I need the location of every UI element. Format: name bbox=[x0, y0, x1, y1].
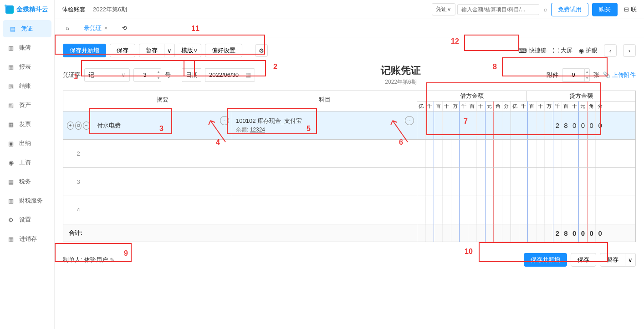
chevron-down-icon[interactable]: ▾ bbox=[156, 75, 161, 81]
preference-button[interactable]: 偏好设置 bbox=[205, 44, 242, 57]
nav-report[interactable]: ▦ 报表 bbox=[0, 57, 54, 76]
amount-cell[interactable]: 280000 bbox=[417, 111, 635, 139]
nav-asset[interactable]: ▨ 资产 bbox=[0, 96, 54, 115]
digit-header: 百 bbox=[434, 101, 443, 111]
nav-salary[interactable]: ◉ 工资 bbox=[0, 153, 54, 172]
period[interactable]: 2022年第6期 bbox=[93, 5, 127, 14]
nav-settings[interactable]: ⚙ 设置 bbox=[0, 210, 54, 229]
nav-ledger[interactable]: ▥ 账簿 bbox=[0, 38, 54, 57]
summary-cell[interactable] bbox=[93, 140, 232, 167]
delete-row-icon[interactable]: − bbox=[83, 121, 90, 130]
nav-invoice[interactable]: ▩ 发票 bbox=[0, 115, 54, 134]
prev-button[interactable]: ‹ bbox=[604, 44, 617, 57]
nav-voucher[interactable]: ▤ 凭证 bbox=[3, 20, 51, 37]
bottom-draft-button[interactable]: 暂存 bbox=[600, 253, 625, 267]
attach-suffix: 张 bbox=[593, 71, 599, 79]
amount-digit bbox=[443, 196, 451, 224]
copy-row-icon[interactable]: ⧉ bbox=[75, 121, 82, 130]
summary-cell[interactable] bbox=[93, 168, 232, 196]
gear-button[interactable]: ⚙ bbox=[255, 44, 268, 57]
chevron-down-icon: ∨ bbox=[121, 71, 126, 78]
amount-digit bbox=[460, 140, 468, 167]
attach-spinner[interactable]: ▴▾ bbox=[585, 68, 590, 82]
save-new-button[interactable]: 保存并新增 bbox=[63, 44, 106, 57]
more-icon[interactable]: ⋯ bbox=[405, 116, 414, 125]
nav-tax[interactable]: ▤ 税务 bbox=[0, 172, 54, 191]
chevron-up-icon[interactable]: ▴ bbox=[156, 69, 161, 75]
summary-cell[interactable]: 付水电费⋯ bbox=[93, 111, 232, 139]
amount-digit bbox=[528, 111, 537, 139]
chevron-up-icon[interactable]: ▴ bbox=[585, 69, 589, 75]
draft-button[interactable]: 暂存 bbox=[139, 44, 164, 57]
fullscreen-button[interactable]: ⛶大屏 bbox=[553, 46, 572, 55]
tabs: ⌂ 录凭证 × ⟲ bbox=[55, 19, 644, 37]
bottom-save-button[interactable]: 保存 bbox=[571, 253, 596, 267]
draft-dropdown[interactable]: ∨ bbox=[164, 44, 175, 57]
amount-digit bbox=[494, 196, 502, 224]
subject-cell[interactable]: 100102 库存现金_支付宝余额: 12324⋯ bbox=[232, 111, 417, 139]
table-row[interactable]: +⧉−付水电费⋯100102 库存现金_支付宝余额: 12324⋯280000 bbox=[63, 111, 635, 140]
amount-cell[interactable] bbox=[417, 168, 635, 196]
digit-header: 十 bbox=[477, 101, 486, 111]
bottom-draft-dropdown[interactable]: ∨ bbox=[625, 253, 636, 267]
amount-digit bbox=[417, 111, 426, 139]
date-input[interactable]: 2022/06/30▦ bbox=[205, 68, 255, 82]
amount-digit bbox=[502, 196, 511, 224]
table-row[interactable]: 4 bbox=[63, 196, 635, 224]
buy-button[interactable]: 购买 bbox=[592, 3, 618, 16]
keyboard-icon: ⌨ bbox=[518, 47, 527, 54]
nav-label: 账簿 bbox=[19, 44, 31, 52]
voucher-word-label: 凭证字 bbox=[63, 71, 81, 79]
shortcut-button[interactable]: ⌨快捷键 bbox=[518, 46, 547, 55]
nav-closing[interactable]: ▧ 结账 bbox=[0, 76, 54, 96]
table-row[interactable]: 3 bbox=[63, 168, 635, 196]
nav-erp[interactable]: ▦ 进销存 bbox=[0, 229, 54, 248]
subject-name: 100102 库存现金_支付宝 bbox=[236, 117, 302, 125]
upload-attach-link[interactable]: 📎上传附件 bbox=[603, 71, 636, 79]
search-icon[interactable]: ⌕ bbox=[544, 6, 547, 13]
attach-count-input[interactable] bbox=[562, 68, 585, 82]
add-row-icon[interactable]: + bbox=[67, 121, 74, 130]
voucher-word-select[interactable]: 记∨ bbox=[84, 68, 130, 82]
trial-button[interactable]: 免费试用 bbox=[551, 3, 588, 16]
save-button[interactable]: 保存 bbox=[110, 44, 135, 57]
edit-icon[interactable]: ✎ bbox=[110, 257, 115, 263]
amount-digit bbox=[570, 168, 579, 196]
amount-digit: 8 bbox=[562, 111, 571, 139]
more-icon[interactable]: ⋯ bbox=[220, 116, 229, 125]
balance-link[interactable]: 12324 bbox=[250, 127, 265, 133]
amount-digit: 0 bbox=[579, 111, 588, 139]
refresh-tab[interactable]: ⟲ bbox=[118, 23, 131, 33]
subject-cell[interactable] bbox=[232, 168, 417, 196]
search-type-select[interactable]: 凭证∨ bbox=[432, 3, 455, 15]
amount-digit bbox=[596, 140, 604, 167]
amount-cell[interactable] bbox=[417, 196, 635, 224]
account-name[interactable]: 体验账套 bbox=[62, 5, 86, 14]
home-tab[interactable]: ⌂ bbox=[62, 23, 73, 33]
contact-icon[interactable]: ⊟ 联 bbox=[624, 5, 637, 14]
number-suffix: 号 bbox=[165, 71, 171, 79]
close-icon[interactable]: × bbox=[104, 25, 108, 31]
voucher-number-input[interactable] bbox=[133, 68, 156, 82]
next-button[interactable]: › bbox=[623, 44, 636, 57]
template-button[interactable]: 模版∨ bbox=[179, 44, 201, 57]
nav-taxfin[interactable]: ▥ 财税服务 bbox=[0, 191, 54, 210]
eyecare-button[interactable]: ◉护眼 bbox=[579, 46, 598, 55]
total-digit bbox=[443, 224, 451, 242]
chevron-down-icon[interactable]: ▾ bbox=[585, 75, 589, 81]
amount-digit: 0 bbox=[596, 111, 604, 139]
digit-header: 元 bbox=[579, 101, 588, 111]
bottom-save-new-button[interactable]: 保存并新增 bbox=[524, 253, 567, 267]
nav-label: 出纳 bbox=[19, 139, 31, 147]
table-row[interactable]: 2 bbox=[63, 140, 635, 168]
digit-header: 分 bbox=[596, 101, 604, 111]
voucher-entry-tab[interactable]: 录凭证 × bbox=[80, 22, 112, 34]
subject-cell[interactable] bbox=[232, 140, 417, 167]
subject-cell[interactable] bbox=[232, 196, 417, 224]
amount-cell[interactable] bbox=[417, 140, 635, 167]
search-input[interactable] bbox=[457, 4, 539, 15]
nav-cashier[interactable]: ▣ 出纳 bbox=[0, 134, 54, 153]
chevron-left-icon: ‹ bbox=[609, 47, 611, 54]
number-spinner[interactable]: ▴▾ bbox=[156, 68, 161, 82]
summary-cell[interactable] bbox=[93, 196, 232, 224]
